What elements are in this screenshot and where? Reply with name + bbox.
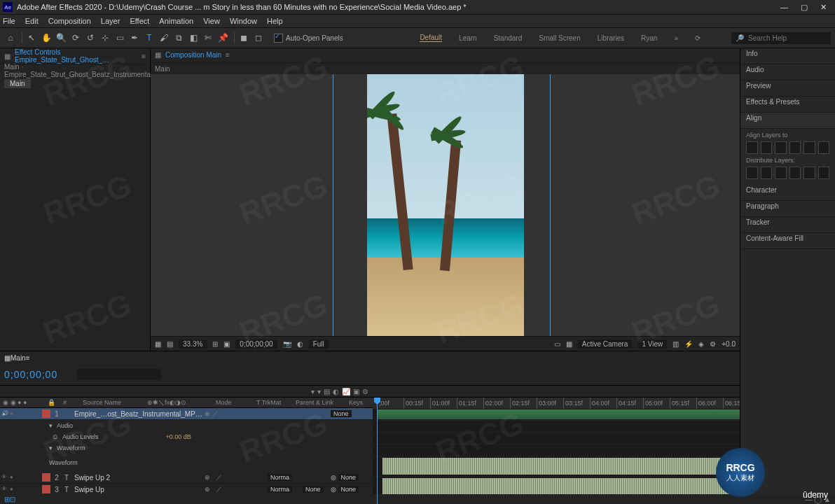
panel-tracker[interactable]: Tracker bbox=[740, 217, 835, 233]
composition-viewer[interactable] bbox=[151, 74, 740, 336]
transparency-icon[interactable]: ▦ bbox=[566, 340, 572, 348]
frame-blend-icon[interactable]: ▤ bbox=[324, 388, 330, 396]
motion-blur-icon[interactable]: ◐ bbox=[333, 388, 339, 396]
workspace-libraries[interactable]: Libraries bbox=[598, 34, 624, 42]
resolution-icon[interactable]: ▣ bbox=[223, 340, 230, 348]
orbit-tool-icon[interactable]: ⟳ bbox=[69, 31, 82, 44]
audio-group[interactable]: ▾ Audio bbox=[0, 420, 373, 431]
alpha-icon[interactable]: ▦ bbox=[155, 340, 161, 348]
panel-menu-icon[interactable]: ≡ bbox=[142, 52, 146, 60]
zoom-tool-icon[interactable]: 🔍 bbox=[55, 31, 67, 44]
layer-name[interactable]: Swipe Up 2 bbox=[71, 474, 205, 482]
layer-row[interactable]: 👁● 2 T Swipe Up 2 ⊕ ／ Norma ◎ None bbox=[0, 472, 373, 484]
panel-paragraph[interactable]: Paragraph bbox=[740, 201, 835, 217]
region-icon[interactable]: ▭ bbox=[554, 340, 560, 348]
time-display[interactable]: 0;00;00;00 bbox=[235, 340, 277, 349]
mask-icon[interactable]: ▤ bbox=[167, 340, 173, 348]
workspace-learn[interactable]: Learn bbox=[459, 34, 477, 42]
audio-levels-row[interactable]: ⊙ Audio Levels+0.00 dB bbox=[0, 431, 373, 442]
puppet-tool-icon[interactable]: 📌 bbox=[216, 31, 229, 44]
sync-icon[interactable]: ⟳ bbox=[695, 34, 701, 42]
exposure-value[interactable]: +0.0 bbox=[722, 340, 736, 348]
rect-tool-icon[interactable]: ▭ bbox=[113, 31, 126, 44]
comp-nav-icon[interactable]: ▦ bbox=[155, 51, 161, 59]
roto-tool-icon[interactable]: ✄ bbox=[202, 31, 214, 44]
align-bottom-button[interactable] bbox=[818, 141, 830, 154]
selection-tool-icon[interactable]: ↖ bbox=[25, 31, 38, 44]
layer-name[interactable]: Empire_…ost_Beatz_Instrumental_MP3.mp3 bbox=[71, 410, 205, 418]
project-icon[interactable]: ▦ bbox=[4, 52, 11, 60]
brain-icon[interactable]: ⚙ bbox=[362, 388, 368, 396]
align-left-button[interactable] bbox=[746, 141, 758, 154]
panel-effects-presets[interactable]: Effects & Presets bbox=[740, 97, 835, 113]
menu-animation[interactable]: Animation bbox=[159, 17, 193, 25]
renderer-icon[interactable]: ⚙ bbox=[710, 340, 716, 348]
distribute-right-button[interactable] bbox=[818, 167, 830, 179]
distribute-top-button[interactable] bbox=[746, 167, 758, 179]
grid-icon[interactable]: ⊞ bbox=[212, 340, 218, 348]
time-ruler[interactable]: ;00f00:15f01:00f01:15f02:00f02:15f03:00f… bbox=[373, 398, 740, 409]
waveform-group[interactable]: ▾ Waveform bbox=[0, 442, 373, 454]
toggle-switches-icon[interactable]: ⊞ bbox=[4, 496, 10, 503]
mode-dropdown[interactable]: Norma bbox=[268, 486, 292, 493]
workspace-small-screen[interactable]: Small Screen bbox=[539, 34, 580, 42]
auto-open-checkbox[interactable] bbox=[274, 34, 283, 43]
rotation-tool-icon[interactable]: ↺ bbox=[84, 31, 97, 44]
panel-character[interactable]: Character bbox=[740, 185, 835, 201]
menu-composition[interactable]: Composition bbox=[48, 17, 91, 25]
zoom-dropdown[interactable]: 33.3% bbox=[179, 340, 207, 349]
fill-color-icon[interactable]: ◼ bbox=[237, 31, 250, 44]
maximize-button[interactable]: ▢ bbox=[801, 3, 808, 12]
menu-effect[interactable]: Effect bbox=[130, 17, 149, 25]
anchor-tool-icon[interactable]: ⊹ bbox=[99, 31, 111, 44]
guide-left[interactable] bbox=[333, 74, 333, 336]
menu-layer[interactable]: Layer bbox=[101, 17, 120, 25]
toggle-modes-icon[interactable]: ⊡ bbox=[10, 496, 15, 503]
parent-dropdown[interactable]: None bbox=[331, 410, 352, 417]
composition-tab[interactable]: Composition Main bbox=[165, 51, 221, 59]
col-mode[interactable]: Mode bbox=[213, 399, 254, 406]
timeline-search-input[interactable] bbox=[77, 369, 161, 380]
distribute-left-button[interactable] bbox=[789, 167, 801, 179]
distribute-vcenter-button[interactable] bbox=[761, 167, 773, 179]
playhead[interactable] bbox=[377, 398, 378, 504]
graph-editor-icon[interactable]: 📈 bbox=[342, 388, 350, 396]
workspace-standard[interactable]: Standard bbox=[494, 34, 523, 42]
clone-tool-icon[interactable]: ⧉ bbox=[172, 31, 185, 44]
fast-preview-icon[interactable]: ⚡ bbox=[684, 340, 693, 348]
mode-dropdown[interactable]: Norma bbox=[268, 474, 292, 481]
workspace-ryan[interactable]: Ryan bbox=[641, 34, 657, 42]
hand-tool-icon[interactable]: ✋ bbox=[40, 31, 53, 44]
col-trkmat[interactable]: T TrkMat bbox=[254, 399, 293, 406]
align-right-button[interactable] bbox=[775, 141, 787, 154]
distribute-bottom-button[interactable] bbox=[775, 167, 787, 179]
channel-icon[interactable]: ◐ bbox=[297, 340, 303, 348]
panel-info[interactable]: Info bbox=[740, 48, 835, 64]
search-help-input[interactable] bbox=[747, 34, 820, 43]
effect-subtab-main[interactable]: Main bbox=[4, 79, 31, 88]
comp-mini-icon[interactable]: ▾ bbox=[311, 388, 315, 396]
panel-preview[interactable]: Preview bbox=[740, 80, 835, 97]
panel-content-aware[interactable]: Content-Aware Fill bbox=[740, 233, 835, 249]
panel-audio[interactable]: Audio bbox=[740, 64, 835, 80]
pen-tool-icon[interactable]: ✒ bbox=[128, 31, 141, 44]
align-top-button[interactable] bbox=[789, 141, 801, 154]
snapshot-icon[interactable]: 📷 bbox=[283, 340, 291, 348]
menu-edit[interactable]: Edit bbox=[25, 17, 39, 25]
view-dropdown[interactable]: 1 View bbox=[637, 340, 667, 349]
render-queue-icon[interactable]: ▦ bbox=[4, 354, 11, 362]
trkmat-dropdown[interactable]: None bbox=[303, 486, 324, 493]
current-timecode[interactable]: 0;00;00;00 bbox=[4, 369, 57, 380]
timeline-tab-menu-icon[interactable]: ≡ bbox=[26, 354, 30, 362]
home-icon[interactable]: ⌂ bbox=[4, 31, 17, 44]
menu-file[interactable]: File bbox=[3, 17, 15, 25]
col-parent[interactable]: Parent & Link bbox=[293, 399, 346, 406]
col-source[interactable]: Source Name bbox=[80, 399, 144, 406]
eraser-tool-icon[interactable]: ◧ bbox=[187, 31, 200, 44]
workspace-default[interactable]: Default bbox=[420, 34, 442, 42]
align-vcenter-button[interactable] bbox=[803, 141, 815, 154]
minimize-button[interactable]: — bbox=[780, 3, 788, 12]
distribute-hcenter-button[interactable] bbox=[803, 167, 815, 179]
pixel-aspect-icon[interactable]: ▥ bbox=[672, 340, 679, 348]
close-button[interactable]: ✕ bbox=[820, 3, 827, 12]
